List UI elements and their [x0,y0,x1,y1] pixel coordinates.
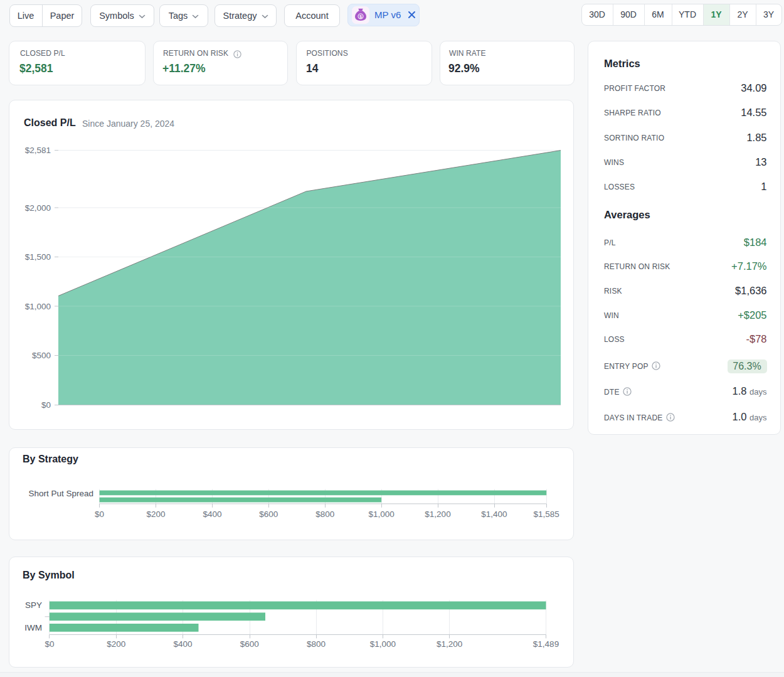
svg-text:$800: $800 [315,509,334,519]
svg-text:$1,500: $1,500 [25,252,51,262]
svg-text:$0: $0 [45,639,54,649]
svg-text:$1,400: $1,400 [481,509,507,519]
svg-text:$1,000: $1,000 [25,302,51,311]
svg-text:SPY: SPY [25,600,42,610]
svg-text:$500: $500 [32,351,51,360]
svg-text:$2,000: $2,000 [25,203,51,213]
svg-text:$600: $600 [259,509,278,519]
svg-text:$1,200: $1,200 [425,509,450,519]
svg-text:$: $ [359,14,362,19]
svg-text:$400: $400 [203,509,221,519]
svg-text:$1,200: $1,200 [437,639,462,649]
svg-text:IWM: IWM [24,623,42,632]
svg-text:$0: $0 [41,400,51,410]
svg-text:$2,581: $2,581 [25,146,51,155]
svg-text:$1,585: $1,585 [533,509,559,519]
svg-text:$200: $200 [107,639,125,649]
svg-text:$800: $800 [307,639,326,649]
svg-text:$1,000: $1,000 [370,639,396,649]
svg-text:Short Put Spread: Short Put Spread [28,489,93,498]
svg-text:$0: $0 [95,509,104,519]
svg-text:$600: $600 [240,639,259,649]
svg-text:$200: $200 [146,509,165,519]
svg-text:$400: $400 [173,639,192,649]
svg-text:$1,489: $1,489 [533,639,559,649]
svg-text:$1,000: $1,000 [368,509,394,519]
